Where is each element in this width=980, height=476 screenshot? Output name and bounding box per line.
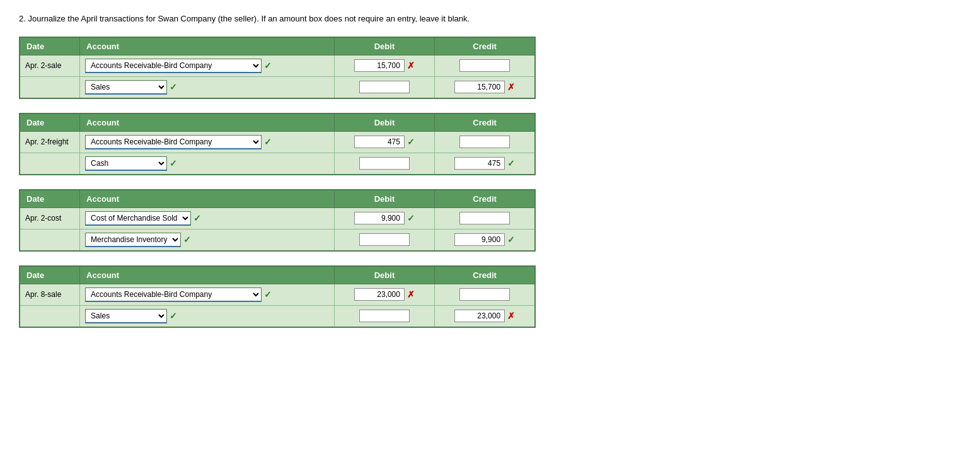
account-check-icon: ✓	[170, 82, 177, 92]
credit-cell	[435, 55, 535, 76]
account-select[interactable]: Accounts Receivable-Bird Company	[85, 287, 262, 302]
debit-input[interactable]	[354, 288, 405, 301]
debit-input[interactable]	[354, 212, 405, 224]
credit-input[interactable]	[454, 310, 505, 322]
header-credit: Credit	[435, 266, 535, 284]
credit-input[interactable]	[459, 288, 510, 301]
credit-input[interactable]	[459, 136, 510, 148]
journal-table-2: DateAccountDebitCreditApr. 2-freightAcco…	[19, 113, 536, 175]
journal-table-1: DateAccountDebitCreditApr. 2-saleAccount…	[19, 37, 536, 99]
account-select[interactable]: Accounts Receivable-Bird Company	[85, 59, 262, 73]
debit-cell	[334, 153, 434, 175]
table-row: Merchandise Inventory✓✓	[20, 229, 535, 251]
credit-check-icon: ✓	[507, 158, 515, 168]
credit-cell	[435, 284, 535, 305]
header-account: Account	[80, 113, 335, 132]
header-account: Account	[80, 37, 335, 55]
credit-cell: ✓	[435, 229, 535, 251]
account-check-icon: ✓	[264, 61, 272, 71]
table-row: Cash✓✓	[20, 153, 535, 175]
debit-error-icon: ✗	[407, 61, 415, 71]
header-date: Date	[20, 190, 80, 208]
credit-input[interactable]	[454, 157, 505, 170]
debit-cell: ✗	[334, 55, 434, 76]
journal-table-3: DateAccountDebitCreditApr. 2-costCost of…	[19, 189, 536, 252]
date-cell	[20, 76, 80, 98]
account-check-icon: ✓	[170, 311, 177, 321]
debit-input[interactable]	[359, 81, 410, 93]
header-debit: Debit	[334, 37, 434, 55]
header-debit: Debit	[334, 190, 434, 208]
date-cell: Apr. 2-sale	[20, 55, 80, 76]
account-check-icon: ✓	[170, 158, 177, 168]
account-select[interactable]: Cost of Merchandise Sold	[85, 211, 191, 226]
credit-check-icon: ✓	[507, 235, 515, 245]
credit-input[interactable]	[459, 59, 510, 72]
account-select[interactable]: Cash	[85, 156, 167, 171]
debit-cell	[334, 76, 434, 98]
credit-cell: ✗	[435, 76, 535, 98]
debit-cell: ✓	[334, 131, 434, 153]
table-row: Apr. 8-saleAccounts Receivable-Bird Comp…	[20, 284, 535, 305]
table-row: Sales✓✗	[20, 76, 535, 98]
credit-input[interactable]	[454, 233, 505, 246]
account-cell: Accounts Receivable-Bird Company✓	[80, 284, 335, 305]
account-select[interactable]: Sales	[85, 80, 167, 95]
date-cell: Apr. 2-cost	[20, 207, 80, 229]
account-check-icon: ✓	[193, 213, 201, 223]
account-select[interactable]: Sales	[85, 309, 167, 323]
date-cell	[20, 153, 80, 175]
header-date: Date	[20, 113, 80, 132]
date-cell: Apr. 2-freight	[20, 131, 80, 153]
debit-input[interactable]	[359, 233, 410, 246]
credit-cell: ✗	[435, 305, 535, 327]
debit-error-icon: ✗	[407, 289, 415, 299]
account-cell: Sales✓	[80, 305, 335, 327]
credit-error-icon: ✗	[507, 82, 515, 92]
debit-input[interactable]	[354, 59, 405, 72]
header-date: Date	[20, 266, 80, 284]
credit-cell	[435, 131, 535, 153]
debit-check-icon: ✓	[407, 137, 415, 147]
account-select[interactable]: Accounts Receivable-Bird Company	[85, 135, 262, 149]
debit-input[interactable]	[359, 157, 410, 170]
date-cell	[20, 305, 80, 327]
table-row: Apr. 2-saleAccounts Receivable-Bird Comp…	[20, 55, 535, 76]
account-cell: Cost of Merchandise Sold✓	[80, 207, 335, 229]
account-check-icon: ✓	[183, 235, 191, 245]
header-credit: Credit	[435, 37, 535, 55]
header-credit: Credit	[435, 190, 535, 208]
journal-table-4: DateAccountDebitCreditApr. 8-saleAccount…	[19, 265, 536, 328]
header-account: Account	[80, 266, 335, 284]
account-cell: Accounts Receivable-Bird Company✓	[80, 131, 335, 153]
date-cell: Apr. 8-sale	[20, 284, 80, 305]
credit-input[interactable]	[459, 212, 510, 224]
debit-check-icon: ✓	[407, 213, 415, 223]
credit-cell: ✓	[435, 153, 535, 175]
debit-cell	[334, 229, 434, 251]
account-cell: Sales✓	[80, 76, 335, 98]
credit-error-icon: ✗	[507, 311, 515, 321]
account-cell: Cash✓	[80, 153, 335, 175]
debit-input[interactable]	[354, 136, 405, 148]
instructions-text: 2. Journalize the April transactions for…	[19, 13, 961, 25]
date-cell	[20, 229, 80, 251]
header-date: Date	[20, 37, 80, 55]
debit-cell: ✓	[334, 207, 434, 229]
table-row: Sales✓✗	[20, 305, 535, 327]
account-cell: Merchandise Inventory✓	[80, 229, 335, 251]
table-row: Apr. 2-costCost of Merchandise Sold✓✓	[20, 207, 535, 229]
debit-cell: ✗	[334, 284, 434, 305]
debit-cell	[334, 305, 434, 327]
header-credit: Credit	[435, 113, 535, 132]
credit-cell	[435, 207, 535, 229]
credit-input[interactable]	[454, 81, 505, 93]
header-debit: Debit	[334, 266, 434, 284]
header-debit: Debit	[334, 113, 434, 132]
table-row: Apr. 2-freightAccounts Receivable-Bird C…	[20, 131, 535, 153]
header-account: Account	[80, 190, 335, 208]
account-check-icon: ✓	[264, 137, 272, 147]
debit-input[interactable]	[359, 310, 410, 322]
account-check-icon: ✓	[264, 289, 272, 299]
account-select[interactable]: Merchandise Inventory	[85, 233, 181, 247]
